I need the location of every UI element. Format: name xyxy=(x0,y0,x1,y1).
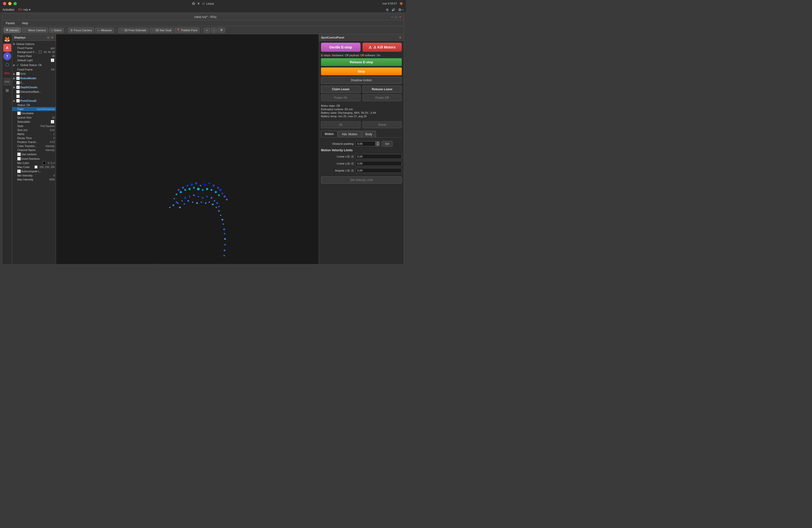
selectable-checkbox[interactable] xyxy=(51,120,54,123)
toolbar-navgoal-btn[interactable]: → 2D Nav Goal xyxy=(149,28,174,33)
claim-lease-btn[interactable]: Claim Lease xyxy=(321,86,361,93)
stop-btn[interactable]: Stop xyxy=(321,68,402,75)
disallow-motion-btn[interactable]: Disallow motion xyxy=(321,77,402,84)
tree-item-pos-transform[interactable]: Position Transf... XYZ xyxy=(12,140,56,144)
gentle-estop-btn[interactable]: Gentle E-stop xyxy=(321,43,361,52)
tree-item-max-intensity[interactable]: Max Intensity 4096 xyxy=(12,177,56,181)
tree-item-color-transform[interactable]: Color Transfor... Intensity xyxy=(12,144,56,148)
close-button[interactable] xyxy=(3,2,6,5)
power-on-btn[interactable]: Power On xyxy=(321,94,361,101)
obstacle-padding-down-btn[interactable]: ▼ xyxy=(376,144,380,146)
displays-panel-close[interactable]: ✕ xyxy=(51,35,54,40)
linear-y-input[interactable] xyxy=(356,161,402,166)
tree-item-min-intensity[interactable]: Min Intensity 0 xyxy=(12,174,56,177)
menubar-panels[interactable]: Panels xyxy=(4,21,16,26)
angular-z-input[interactable] xyxy=(356,168,402,173)
unreliable-checkbox[interactable] xyxy=(17,112,21,115)
tree-item-max-color[interactable]: Max Color 255; 255; 255 xyxy=(12,165,56,169)
maximize-button[interactable] xyxy=(14,2,17,5)
sit-btn[interactable]: Sit xyxy=(321,121,361,128)
power-off-btn[interactable]: Power Off xyxy=(362,94,402,101)
app-minimize-btn[interactable]: − xyxy=(391,15,393,19)
tree-item-status-ok[interactable]: Status: Ok xyxy=(12,103,56,107)
app-controls[interactable]: − □ × xyxy=(391,15,401,19)
tree-item-selectable[interactable]: Selectable xyxy=(12,119,56,124)
tree-item-dots[interactable]: ▶ ... xyxy=(12,94,56,99)
tree-item-min-color[interactable]: Min Color 0; 0; 0 xyxy=(12,161,56,165)
tree-item-pointcloud2[interactable]: ▶ PointCloud2 xyxy=(12,99,56,103)
sidebar-icon-rviz[interactable]: RViz xyxy=(3,69,11,77)
default-light-checkbox[interactable] xyxy=(51,59,54,62)
tab-body-btn[interactable]: Body xyxy=(362,131,376,137)
tree-item-use-rainbow[interactable]: Use rainbow xyxy=(12,152,56,157)
tree-item-frame-rate[interactable]: Frame Rate 30 xyxy=(12,54,56,58)
mac-window-buttons[interactable] xyxy=(3,2,17,5)
tree-item-default-light[interactable]: Default Light xyxy=(12,58,56,62)
invert-rainbow-checkbox[interactable] xyxy=(17,157,21,161)
toolbar-plus-btn[interactable]: + xyxy=(204,28,210,33)
kill-motors-btn[interactable]: ⚠ ⚠ Kill Motors xyxy=(362,43,402,52)
sidebar-icon-text-editor[interactable]: A xyxy=(3,44,11,52)
tree-item-channel-name[interactable]: Channel Name intensity xyxy=(12,148,56,152)
robotmodel-checkbox[interactable] xyxy=(16,76,20,80)
obstacle-padding-up-btn[interactable]: ▲ xyxy=(376,141,380,144)
tree-item-grid[interactable]: ▶ Grid xyxy=(12,72,56,76)
release-lease-btn[interactable]: Release Lease xyxy=(362,86,402,93)
tree-item-style[interactable]: Style Flat Squares xyxy=(12,124,56,128)
set-velocity-limit-btn[interactable]: Set Velocity Limit xyxy=(321,176,402,184)
pointcloud2-checkbox[interactable] xyxy=(16,99,20,103)
3d-viewport[interactable]: ↔ ◀ ▶ xyxy=(56,34,319,264)
release-estop-btn[interactable]: Release E-stop xyxy=(321,58,402,66)
toolbar-settings-btn[interactable]: ⚙ xyxy=(218,28,225,33)
app-maximize-btn[interactable]: □ xyxy=(395,15,397,19)
toolbar-pose-btn[interactable]: → 2D Pose Estimate xyxy=(118,28,148,33)
tree-item-depthclouds[interactable]: ▶ DepthClouds xyxy=(12,85,56,89)
sidebar-icon-dvd[interactable]: DVD xyxy=(3,78,11,86)
sidebar-icon-firefox[interactable]: 🦊 xyxy=(3,35,11,43)
obstacle-padding-input[interactable] xyxy=(356,141,376,146)
f-checkbox[interactable] xyxy=(16,81,20,85)
minimize-button[interactable] xyxy=(8,2,12,5)
dots-checkbox[interactable] xyxy=(16,94,20,98)
tree-item-interactivemark[interactable]: ▶ InteractiveMark... xyxy=(12,89,56,94)
toolbar-publish-btn[interactable]: 📍 Publish Point xyxy=(174,28,200,33)
use-rainbow-checkbox[interactable] xyxy=(17,152,21,156)
tree-item-global-options[interactable]: ▶ Global Options xyxy=(12,42,56,46)
tree-item-invert-rainbow[interactable]: Invert Rainbow xyxy=(12,157,56,161)
toolbar-move-camera-btn[interactable]: 🎥 Move Camera xyxy=(22,28,48,33)
sidebar-icon-help[interactable]: ? xyxy=(3,52,11,60)
toolbar-select-btn[interactable]: □ Select xyxy=(49,28,64,33)
tree-item-unreliable[interactable]: Unreliable xyxy=(12,111,56,116)
toolbar-interact-btn[interactable]: ✥ Interact xyxy=(4,28,21,33)
depthclouds-checkbox[interactable] xyxy=(16,86,20,89)
autocompute-checkbox[interactable] xyxy=(17,170,21,173)
toolbar-measure-btn[interactable]: — Measure xyxy=(95,28,114,33)
tree-item-size[interactable]: Size (m) 0,01 xyxy=(12,128,56,132)
tab-adv-motion-btn[interactable]: Adv. Motion xyxy=(338,131,361,137)
tree-item-f[interactable]: ▶ F... xyxy=(12,80,56,85)
tree-item-queue-size[interactable]: Queue Size 10 xyxy=(12,116,56,119)
tree-item-decay-time[interactable]: Decay Time 0 xyxy=(12,136,56,140)
sidebar-icon-grid[interactable]: ⊞ xyxy=(3,86,11,94)
tree-item-topic[interactable]: Topic /spot/lidar/points xyxy=(12,107,56,111)
tree-item-bg-color[interactable]: Background Color 48; 48; 48 xyxy=(12,50,56,54)
spot-panel-close-btn[interactable]: ✕ xyxy=(399,35,402,40)
grid-checkbox[interactable] xyxy=(16,72,20,75)
rviz-menu[interactable]: RV rviz ▾ xyxy=(18,8,30,12)
app-close-btn[interactable]: × xyxy=(399,15,401,19)
obstacle-padding-set-btn[interactable]: Set xyxy=(382,141,392,147)
toolbar-minus-btn[interactable]: − xyxy=(211,28,217,33)
toolbar-focus-btn[interactable]: ◎ Focus Camera xyxy=(68,28,94,33)
linear-x-input[interactable] xyxy=(356,154,402,159)
tree-item-robotmodel[interactable]: ▶ RobotModel xyxy=(12,76,56,80)
tab-motion-btn[interactable]: Motion xyxy=(321,131,337,137)
sidebar-icon-vscode[interactable]: ⬡ xyxy=(3,61,11,69)
activities-label[interactable]: Activities xyxy=(2,8,14,12)
tree-item-alpha[interactable]: Alpha 1 xyxy=(12,132,56,136)
tree-item-autocompute[interactable]: Autocompute I... xyxy=(12,169,56,174)
interactivemark-checkbox[interactable] xyxy=(16,90,20,93)
tree-item-fixed-frame-2[interactable]: Fixed Frame OK xyxy=(12,68,56,72)
stand-btn[interactable]: Stand xyxy=(362,121,402,128)
tree-item-fixed-frame[interactable]: Fixed Frame gpe xyxy=(12,46,56,50)
menubar-help[interactable]: Help xyxy=(20,21,30,26)
